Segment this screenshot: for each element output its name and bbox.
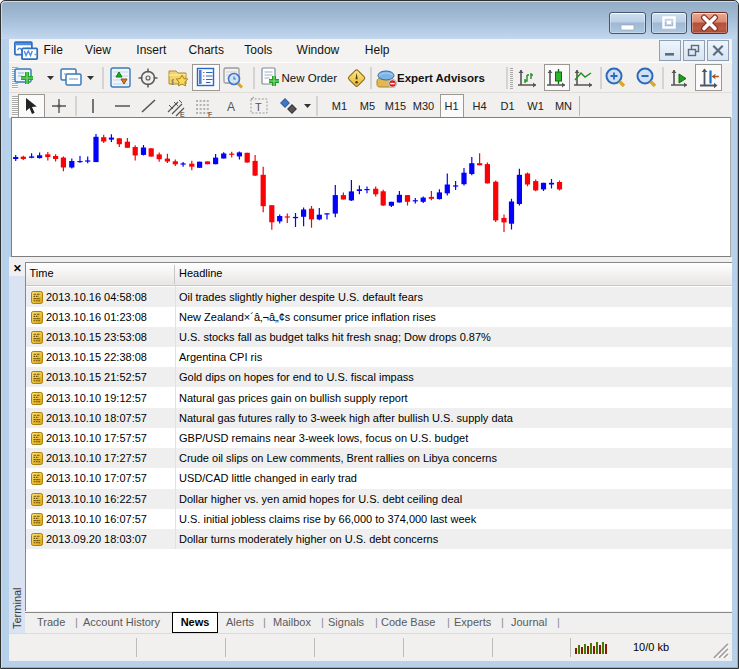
svg-text:Expert Advisors: Expert Advisors xyxy=(397,72,485,84)
svg-text:T: T xyxy=(255,101,262,113)
svg-text:New Order: New Order xyxy=(282,72,338,84)
svg-text:A: A xyxy=(227,100,235,114)
